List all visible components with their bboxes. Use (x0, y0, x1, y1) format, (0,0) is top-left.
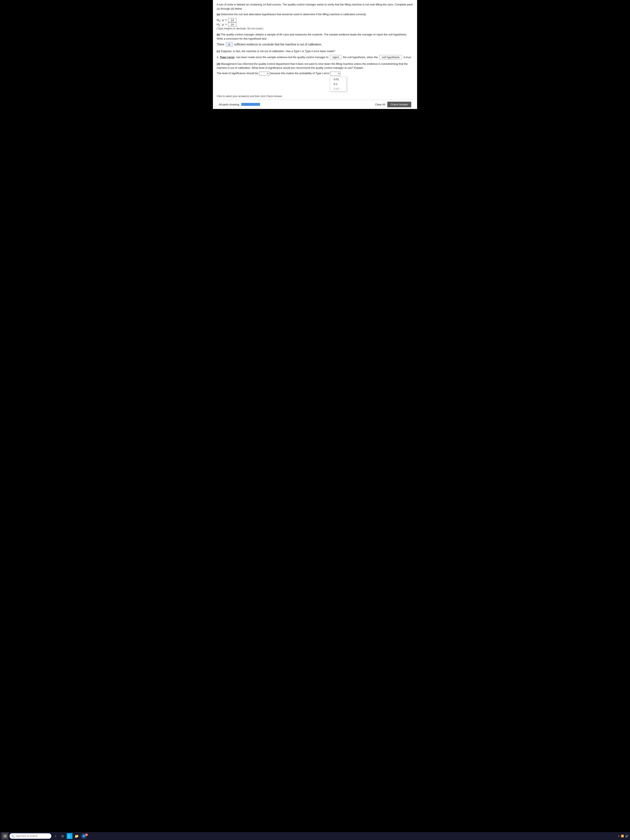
h0-value[interactable]: 14 (228, 18, 237, 22)
dropdown1-wrapper[interactable]: 0.01 0.1 0.05 (259, 72, 269, 76)
h0-label: H0: (217, 18, 221, 22)
part-d-text: Management has informed the quality cont… (217, 62, 408, 69)
h0-eq: = (225, 18, 227, 22)
error-type-highlight: Type I error (220, 55, 235, 59)
all-parts-label: All parts showing (219, 103, 239, 106)
conclusion-suffix: sufficient evidence to conclude that the… (234, 43, 322, 46)
part-d-question: (d) Management has informed the quality … (217, 62, 413, 70)
h1-eq: > (225, 23, 227, 26)
dropdown-open-menu[interactable]: 0.01 0.1 0.05 ‑ (330, 77, 347, 92)
files-icon[interactable]: 📁 (74, 833, 80, 839)
notification-badge: 20 (85, 833, 88, 836)
level-sig-prefix: The level of significance should be (217, 72, 258, 75)
part-a-text: Determine the null and alternative hypot… (221, 13, 366, 16)
part-c-middle2: the null hypothesis, when the (343, 55, 378, 59)
edge-icon[interactable] (67, 833, 73, 839)
dropdown2-wrapper[interactable]: low high (330, 72, 340, 76)
chevron-up-icon[interactable]: ∧ (618, 835, 620, 837)
h1-row: H1: μ > 14 (217, 22, 413, 27)
part-c-suffix: is true. (404, 55, 412, 59)
conclusion-prefix: There (217, 43, 224, 46)
search-icon: 🔍 (11, 835, 14, 838)
taskbar: ⊞ 🔍 ○ ⊡ 📁 i 20 ∧ 📶 🔊 (0, 832, 630, 840)
part-c-prefix: A (217, 55, 218, 59)
search-input[interactable] (16, 835, 47, 837)
part-a-question: (a) Determine the null and alternative h… (217, 12, 413, 16)
task-view-icon[interactable]: ⊡ (60, 833, 65, 839)
notification-icon-wrapper: i 20 (81, 833, 88, 839)
part-c-answer: A Type I error has been made since the s… (217, 55, 413, 59)
part-d-answer: The level of significance should be 0.01… (217, 72, 413, 76)
type-note: (Type integers or decimals. Do not round… (217, 27, 413, 30)
intro-text: A can of soda is labeled as containing 1… (217, 3, 413, 11)
dropdown-option-0.05[interactable]: 0.05 ‑ (330, 87, 346, 91)
part-c-label: (c) (217, 50, 220, 53)
dropdown-option-0.1[interactable]: 0.1 (330, 82, 346, 87)
intro-paragraph: A can of soda is labeled as containing 1… (217, 3, 413, 10)
check-answer-button[interactable]: Check Answer (387, 102, 411, 107)
part-d-section: (d) Management has informed the quality … (217, 62, 413, 76)
bottom-bar: All parts showing Clear All Check Answer (217, 100, 413, 109)
progress-bar (241, 103, 260, 106)
null-hypothesis-box[interactable]: null hypothesis (379, 55, 402, 59)
speaker-icon[interactable]: 🔊 (625, 835, 628, 837)
part-c-section: (c) Suppose, in fact, the machine is not… (217, 49, 413, 59)
part-d-label: (d) (217, 62, 220, 65)
because-text: because this makes the probability of Ty… (270, 72, 329, 75)
network-icon[interactable]: 📶 (621, 835, 624, 837)
part-b-section: (b) The quality control manager obtains … (217, 33, 413, 47)
part-c-middle: has been made since the sample evidence … (236, 55, 328, 59)
h1-mu: μ (222, 23, 224, 26)
cortana-icon[interactable]: ○ (52, 833, 58, 839)
part-a-label: (a) (217, 13, 220, 16)
part-b-label: (b) (217, 33, 220, 36)
blank-space (217, 78, 413, 95)
click-instruction: Click to select your answer(s) and then … (217, 95, 413, 98)
h1-label: H1: (217, 23, 221, 27)
action-box[interactable]: reject (330, 55, 341, 59)
conclusion-is[interactable]: is (226, 42, 232, 47)
part-b-answer: There is sufficient evidence to conclude… (217, 42, 413, 47)
h0-row: H0: μ = 14 (217, 18, 413, 22)
level-dropdown1[interactable]: 0.01 0.1 0.05 (259, 72, 269, 76)
level-dropdown2[interactable]: low high (330, 72, 340, 76)
search-bar[interactable]: 🔍 (9, 833, 51, 839)
h0-mu: μ (222, 18, 224, 22)
h1-value[interactable]: 14 (228, 22, 237, 27)
dropdown-option-0.01[interactable]: 0.01 (330, 77, 346, 82)
part-c-text: Suppose, in fact, the machine is not out… (221, 50, 335, 53)
part-b-text: The quality control manager obtains a sa… (217, 33, 407, 40)
svg-text:i: i (84, 835, 84, 837)
part-a-section: (a) Determine the null and alternative h… (217, 12, 413, 30)
part-c-question: (c) Suppose, in fact, the machine is not… (217, 49, 413, 53)
taskbar-right: ∧ 📶 🔊 (618, 835, 628, 837)
clear-all-button[interactable]: Clear All (375, 103, 385, 106)
start-button[interactable]: ⊞ (2, 833, 8, 839)
part-b-question: (b) The quality control manager obtains … (217, 33, 413, 41)
